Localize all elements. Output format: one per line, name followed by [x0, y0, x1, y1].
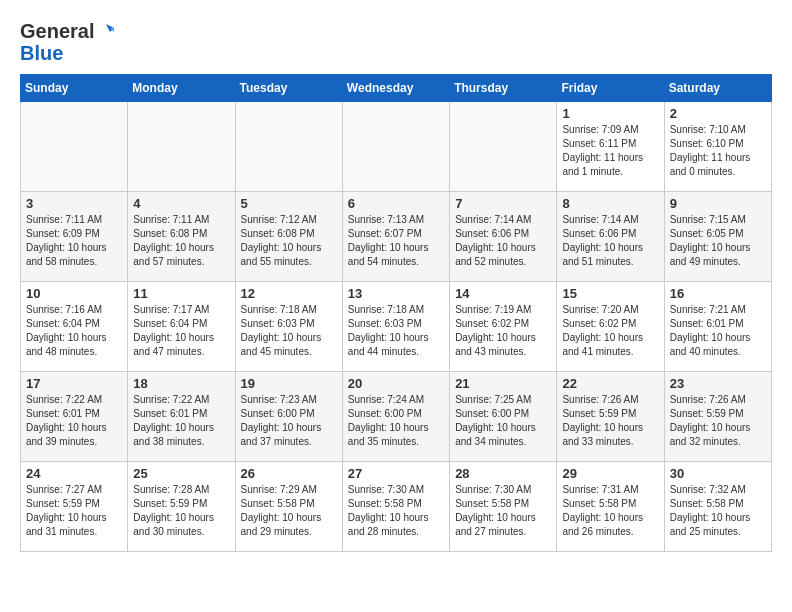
day-number: 15 — [562, 286, 658, 301]
calendar-week-row: 1Sunrise: 7:09 AM Sunset: 6:11 PM Daylig… — [21, 102, 772, 192]
day-number: 4 — [133, 196, 229, 211]
day-info: Sunrise: 7:25 AM Sunset: 6:00 PM Dayligh… — [455, 393, 551, 449]
day-number: 21 — [455, 376, 551, 391]
day-number: 1 — [562, 106, 658, 121]
day-info: Sunrise: 7:14 AM Sunset: 6:06 PM Dayligh… — [455, 213, 551, 269]
calendar-cell: 3Sunrise: 7:11 AM Sunset: 6:09 PM Daylig… — [21, 192, 128, 282]
calendar-cell — [128, 102, 235, 192]
calendar-cell: 16Sunrise: 7:21 AM Sunset: 6:01 PM Dayli… — [664, 282, 771, 372]
calendar-cell — [235, 102, 342, 192]
day-number: 11 — [133, 286, 229, 301]
day-number: 6 — [348, 196, 444, 211]
calendar-cell: 19Sunrise: 7:23 AM Sunset: 6:00 PM Dayli… — [235, 372, 342, 462]
calendar-cell: 15Sunrise: 7:20 AM Sunset: 6:02 PM Dayli… — [557, 282, 664, 372]
day-number: 29 — [562, 466, 658, 481]
day-number: 7 — [455, 196, 551, 211]
day-info: Sunrise: 7:30 AM Sunset: 5:58 PM Dayligh… — [348, 483, 444, 539]
calendar-cell: 5Sunrise: 7:12 AM Sunset: 6:08 PM Daylig… — [235, 192, 342, 282]
day-info: Sunrise: 7:11 AM Sunset: 6:08 PM Dayligh… — [133, 213, 229, 269]
day-number: 23 — [670, 376, 766, 391]
calendar-week-row: 24Sunrise: 7:27 AM Sunset: 5:59 PM Dayli… — [21, 462, 772, 552]
calendar-cell: 26Sunrise: 7:29 AM Sunset: 5:58 PM Dayli… — [235, 462, 342, 552]
day-info: Sunrise: 7:18 AM Sunset: 6:03 PM Dayligh… — [348, 303, 444, 359]
logo-bird-icon — [96, 22, 114, 40]
day-info: Sunrise: 7:29 AM Sunset: 5:58 PM Dayligh… — [241, 483, 337, 539]
weekday-header: Monday — [128, 75, 235, 102]
weekday-header: Saturday — [664, 75, 771, 102]
day-info: Sunrise: 7:28 AM Sunset: 5:59 PM Dayligh… — [133, 483, 229, 539]
day-number: 12 — [241, 286, 337, 301]
calendar-cell: 21Sunrise: 7:25 AM Sunset: 6:00 PM Dayli… — [450, 372, 557, 462]
logo-text: General Blue — [20, 20, 114, 64]
day-info: Sunrise: 7:26 AM Sunset: 5:59 PM Dayligh… — [562, 393, 658, 449]
calendar-cell: 7Sunrise: 7:14 AM Sunset: 6:06 PM Daylig… — [450, 192, 557, 282]
calendar-cell — [342, 102, 449, 192]
day-number: 14 — [455, 286, 551, 301]
calendar-cell: 22Sunrise: 7:26 AM Sunset: 5:59 PM Dayli… — [557, 372, 664, 462]
calendar-cell: 6Sunrise: 7:13 AM Sunset: 6:07 PM Daylig… — [342, 192, 449, 282]
day-number: 8 — [562, 196, 658, 211]
calendar-cell: 8Sunrise: 7:14 AM Sunset: 6:06 PM Daylig… — [557, 192, 664, 282]
day-number: 19 — [241, 376, 337, 391]
day-number: 9 — [670, 196, 766, 211]
logo: General Blue — [20, 20, 114, 64]
calendar-table: SundayMondayTuesdayWednesdayThursdayFrid… — [20, 74, 772, 552]
day-info: Sunrise: 7:14 AM Sunset: 6:06 PM Dayligh… — [562, 213, 658, 269]
logo-general: General — [20, 20, 94, 42]
day-info: Sunrise: 7:26 AM Sunset: 5:59 PM Dayligh… — [670, 393, 766, 449]
day-number: 28 — [455, 466, 551, 481]
day-info: Sunrise: 7:11 AM Sunset: 6:09 PM Dayligh… — [26, 213, 122, 269]
day-info: Sunrise: 7:15 AM Sunset: 6:05 PM Dayligh… — [670, 213, 766, 269]
weekday-header: Tuesday — [235, 75, 342, 102]
calendar-cell: 18Sunrise: 7:22 AM Sunset: 6:01 PM Dayli… — [128, 372, 235, 462]
calendar-cell: 13Sunrise: 7:18 AM Sunset: 6:03 PM Dayli… — [342, 282, 449, 372]
day-number: 10 — [26, 286, 122, 301]
calendar-cell: 9Sunrise: 7:15 AM Sunset: 6:05 PM Daylig… — [664, 192, 771, 282]
day-info: Sunrise: 7:21 AM Sunset: 6:01 PM Dayligh… — [670, 303, 766, 359]
page-header: General Blue — [20, 20, 772, 64]
day-info: Sunrise: 7:20 AM Sunset: 6:02 PM Dayligh… — [562, 303, 658, 359]
day-info: Sunrise: 7:31 AM Sunset: 5:58 PM Dayligh… — [562, 483, 658, 539]
day-number: 3 — [26, 196, 122, 211]
day-info: Sunrise: 7:27 AM Sunset: 5:59 PM Dayligh… — [26, 483, 122, 539]
day-info: Sunrise: 7:19 AM Sunset: 6:02 PM Dayligh… — [455, 303, 551, 359]
calendar-header-row: SundayMondayTuesdayWednesdayThursdayFrid… — [21, 75, 772, 102]
day-number: 26 — [241, 466, 337, 481]
weekday-header: Thursday — [450, 75, 557, 102]
calendar-cell: 17Sunrise: 7:22 AM Sunset: 6:01 PM Dayli… — [21, 372, 128, 462]
day-info: Sunrise: 7:30 AM Sunset: 5:58 PM Dayligh… — [455, 483, 551, 539]
day-number: 25 — [133, 466, 229, 481]
calendar-cell: 14Sunrise: 7:19 AM Sunset: 6:02 PM Dayli… — [450, 282, 557, 372]
calendar-cell — [450, 102, 557, 192]
weekday-header: Sunday — [21, 75, 128, 102]
day-info: Sunrise: 7:22 AM Sunset: 6:01 PM Dayligh… — [133, 393, 229, 449]
calendar-cell: 1Sunrise: 7:09 AM Sunset: 6:11 PM Daylig… — [557, 102, 664, 192]
calendar-cell: 2Sunrise: 7:10 AM Sunset: 6:10 PM Daylig… — [664, 102, 771, 192]
day-info: Sunrise: 7:18 AM Sunset: 6:03 PM Dayligh… — [241, 303, 337, 359]
day-info: Sunrise: 7:22 AM Sunset: 6:01 PM Dayligh… — [26, 393, 122, 449]
calendar-cell: 28Sunrise: 7:30 AM Sunset: 5:58 PM Dayli… — [450, 462, 557, 552]
calendar-week-row: 3Sunrise: 7:11 AM Sunset: 6:09 PM Daylig… — [21, 192, 772, 282]
weekday-header: Friday — [557, 75, 664, 102]
day-number: 2 — [670, 106, 766, 121]
day-info: Sunrise: 7:12 AM Sunset: 6:08 PM Dayligh… — [241, 213, 337, 269]
calendar-week-row: 10Sunrise: 7:16 AM Sunset: 6:04 PM Dayli… — [21, 282, 772, 372]
calendar-cell: 30Sunrise: 7:32 AM Sunset: 5:58 PM Dayli… — [664, 462, 771, 552]
day-number: 22 — [562, 376, 658, 391]
day-info: Sunrise: 7:17 AM Sunset: 6:04 PM Dayligh… — [133, 303, 229, 359]
day-number: 13 — [348, 286, 444, 301]
day-info: Sunrise: 7:23 AM Sunset: 6:00 PM Dayligh… — [241, 393, 337, 449]
day-info: Sunrise: 7:32 AM Sunset: 5:58 PM Dayligh… — [670, 483, 766, 539]
calendar-week-row: 17Sunrise: 7:22 AM Sunset: 6:01 PM Dayli… — [21, 372, 772, 462]
day-number: 5 — [241, 196, 337, 211]
calendar-cell: 20Sunrise: 7:24 AM Sunset: 6:00 PM Dayli… — [342, 372, 449, 462]
logo-blue: Blue — [20, 42, 114, 64]
calendar-cell — [21, 102, 128, 192]
day-info: Sunrise: 7:24 AM Sunset: 6:00 PM Dayligh… — [348, 393, 444, 449]
calendar-cell: 12Sunrise: 7:18 AM Sunset: 6:03 PM Dayli… — [235, 282, 342, 372]
day-number: 16 — [670, 286, 766, 301]
day-info: Sunrise: 7:10 AM Sunset: 6:10 PM Dayligh… — [670, 123, 766, 179]
calendar-cell: 24Sunrise: 7:27 AM Sunset: 5:59 PM Dayli… — [21, 462, 128, 552]
day-info: Sunrise: 7:16 AM Sunset: 6:04 PM Dayligh… — [26, 303, 122, 359]
day-number: 30 — [670, 466, 766, 481]
